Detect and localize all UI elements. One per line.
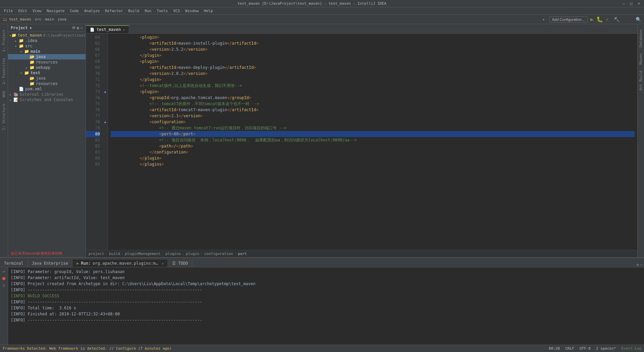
editor-tab-test-maven[interactable]: 📄 test_maven ✕ — [86, 25, 129, 33]
editor-area: 📄 test_maven ✕ 64 65 66 67 68 69 70 71 7… — [86, 24, 637, 257]
breakpoint-diamond-73: ◆ — [104, 90, 106, 94]
ant-build-side-tab[interactable]: Ant Build — [638, 68, 644, 93]
menu-code[interactable]: Code — [67, 7, 82, 14]
favorites-side-tab[interactable]: 2: Favorites — [1, 55, 7, 87]
project-dropdown-icon[interactable]: ▼ — [30, 26, 32, 30]
bc-path-plugins[interactable]: plugins — [165, 252, 181, 256]
stop-icon[interactable]: ■ — [2, 275, 5, 281]
bc-project[interactable]: test_maven — [9, 17, 31, 21]
code-line-82: <path>/</path> — [111, 143, 635, 149]
menu-run[interactable]: Run — [142, 7, 154, 14]
menu-window[interactable]: Window — [182, 7, 201, 14]
build-icon[interactable]: 🔨 — [614, 17, 620, 22]
terminal-tab-label: Terminal — [4, 261, 23, 266]
console-line-6: [INFO] ---------------------------------… — [11, 299, 641, 305]
maximize-button[interactable]: □ — [629, 1, 634, 6]
code-line-77: <version>2.1</version> — [111, 113, 635, 119]
menu-edit[interactable]: Edit — [16, 7, 30, 14]
terminal-tab[interactable]: Terminal — [0, 260, 28, 267]
nav-breadcrumb: test_maven › src › main › java — [9, 17, 66, 21]
tab-close-button[interactable]: ✕ — [123, 28, 125, 32]
file-encoding[interactable]: UTF-8 — [578, 346, 592, 351]
tree-item-external-libraries[interactable]: ▸ 📚 External Libraries — [8, 92, 86, 97]
maven-side-tab[interactable]: Maven — [638, 51, 644, 67]
tree-item-resources-test[interactable]: 📁 resources — [8, 81, 86, 86]
menu-help[interactable]: Help — [201, 7, 216, 14]
console-settings-icon[interactable]: ⚙ — [637, 262, 639, 267]
tree-item-java-main[interactable]: 📂 java — [8, 54, 86, 59]
code-line-74: <groupId>org.apache.tomcat.maven</groupI… — [111, 95, 635, 101]
bc-path-port[interactable]: port — [238, 252, 247, 256]
frameworks-warning[interactable]: Frameworks Detected: Web framework is de… — [3, 346, 171, 351]
code-line-73: <plugin> — [111, 89, 635, 95]
menu-view[interactable]: View — [30, 7, 44, 14]
structure-side-tab[interactable]: 2: Structure — [1, 101, 7, 133]
run-tab-label: Run: — [81, 261, 91, 266]
indentation[interactable]: 2 spaces* — [595, 346, 618, 351]
console-close-icon[interactable]: — — [640, 262, 643, 267]
menu-file[interactable]: File — [1, 7, 16, 14]
code-line-76: <artifactId>tomcat7-maven-plugin</artifa… — [111, 107, 635, 113]
debug-icon[interactable]: 🐛 — [596, 16, 603, 23]
tree-item-scratches[interactable]: ▸ 📝 Scratches and Consoles — [8, 97, 86, 102]
console-line-4: [INFO] ---------------------------------… — [11, 287, 641, 293]
menu-build[interactable]: Build — [125, 7, 142, 14]
add-configuration-button[interactable]: Add Configuration... — [549, 16, 588, 23]
breadcrumb-bar: project › build › pluginManagement › plu… — [86, 250, 637, 257]
rerun-icon[interactable]: ↩ — [2, 269, 5, 274]
search-icon[interactable]: 🔍 — [636, 17, 641, 22]
line-ending[interactable]: CRLF — [564, 346, 576, 351]
breakpoint-diamond-78: ◆ — [104, 120, 106, 124]
tree-item-main[interactable]: ▾ 📁 main — [8, 49, 86, 54]
right-side-panel: Database Maven Ant Build — [637, 24, 644, 257]
bc-path-project[interactable]: project — [89, 252, 104, 256]
menu-refactor[interactable]: Refactor — [102, 7, 125, 14]
tree-item-pom[interactable]: 📄 pom.xml — [8, 86, 86, 92]
tree-item-idea[interactable]: ▸ 📁 .idea — [8, 38, 86, 43]
code-editor[interactable]: <plugin> <artifactId>maven-install-plugi… — [108, 34, 637, 250]
bc-main[interactable]: main — [45, 17, 54, 21]
sync-icon[interactable]: ⟳ — [72, 26, 75, 30]
settings-icon[interactable]: ⚙ — [77, 26, 79, 30]
run-coverage-icon[interactable]: ⚡ — [606, 17, 608, 22]
code-line-66: <version>2.5.2</version> — [111, 46, 635, 52]
code-line-80: <port>80</port> — [111, 131, 635, 137]
menu-navigate[interactable]: Navigate — [44, 7, 67, 14]
console-line-8: [INFO] Finished at: 2019-12-07T12:32:43+… — [11, 311, 641, 317]
code-line-81: <!-- 项目访问路径 本例：localhost:9090， 如果配置的aa，则… — [111, 137, 635, 143]
run-tab[interactable]: ▶ Run: org.apache.maven.plugins:maven-ar… — [72, 260, 168, 267]
tree-item-src[interactable]: ▾ 📁 src — [8, 43, 86, 49]
scroll-end-icon[interactable]: ↓ — [2, 282, 5, 288]
close-button[interactable]: ✕ — [636, 1, 641, 6]
menu-analyze[interactable]: Analyze — [82, 7, 102, 14]
todo-tab[interactable]: ☰ TODO — [168, 260, 192, 267]
bc-java[interactable]: java — [57, 17, 66, 21]
tree-item-java-test[interactable]: 📂 java — [8, 76, 86, 81]
menu-bar: File Edit View Navigate Code Analyze Ref… — [0, 7, 644, 15]
tab-xml-icon: 📄 — [90, 28, 95, 32]
bc-path-plugin[interactable]: plugin — [186, 252, 199, 256]
tree-item-root[interactable]: ▾ 📁 test_maven D:\JavaProject\test_mave — [8, 33, 86, 38]
tree-item-test[interactable]: ▾ 📁 test — [8, 70, 86, 76]
web-side-tab[interactable]: Web — [1, 88, 7, 100]
bc-path-pluginmgmt[interactable]: pluginManagement — [125, 252, 161, 256]
menu-vcs[interactable]: VCS — [170, 7, 182, 14]
collapse-icon[interactable]: — — [80, 26, 83, 30]
database-side-tab[interactable]: Database — [638, 27, 644, 50]
editor-content: 64 65 66 67 68 69 70 71 72 73 74 75 76 7… — [86, 34, 637, 250]
project-side-tab[interactable]: 1: Project — [1, 27, 7, 54]
bc-path-configuration[interactable]: configuration — [204, 252, 233, 256]
event-log-link[interactable]: Event Log — [621, 346, 641, 351]
bc-path-build[interactable]: build — [109, 252, 120, 256]
cursor-position: 80:28 — [547, 346, 561, 351]
tree-item-webapp[interactable]: ▸ 📁 webapp — [8, 65, 86, 70]
run-play-icon[interactable]: ▶ — [590, 16, 594, 23]
bottom-left-icons: ↩ ■ ↓ — [0, 267, 8, 345]
menu-tools[interactable]: Tools — [154, 7, 170, 14]
java-enterprise-tab[interactable]: Java Enterprise — [28, 260, 72, 267]
tree-item-resources-main[interactable]: 📁 resources — [8, 59, 86, 65]
bc-src[interactable]: src — [35, 17, 42, 21]
minimize-button[interactable]: — — [621, 1, 626, 6]
nav-bar: 🗂 test_maven › src › main › java ✦ Add C… — [0, 15, 644, 24]
run-tab-close[interactable]: ✕ — [162, 262, 164, 265]
